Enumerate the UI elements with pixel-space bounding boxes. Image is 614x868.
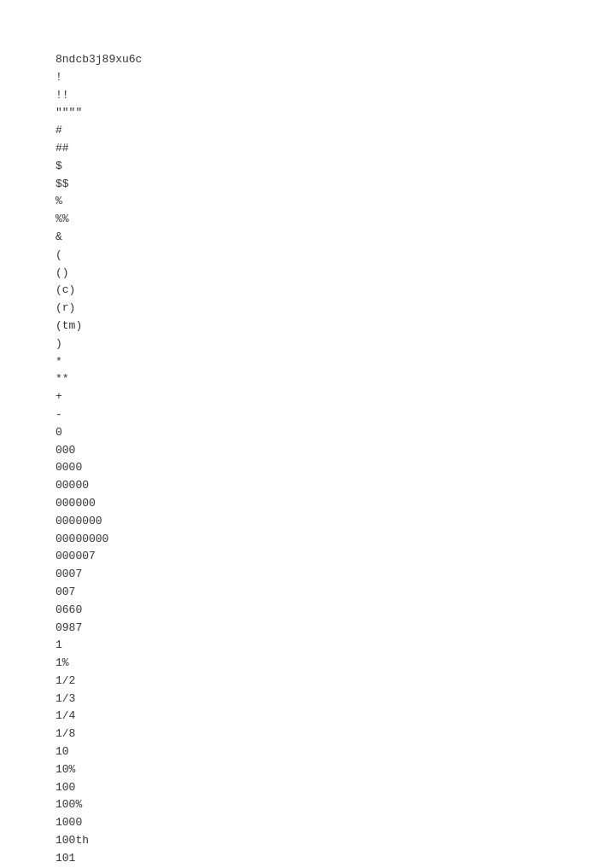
list-item: + [56, 388, 614, 406]
list-item: 007 [56, 584, 614, 602]
list-item: ( [56, 247, 614, 265]
list-item: 0007 [56, 566, 614, 584]
list-item: 0 [56, 424, 614, 442]
list-item: 100th [56, 832, 614, 850]
list-item: ) [56, 335, 614, 353]
list-item: %% [56, 211, 614, 229]
list-item: 0987 [56, 620, 614, 638]
list-item: 0660 [56, 602, 614, 620]
list-item: """" [56, 104, 614, 122]
list-item: 00000000 [56, 531, 614, 549]
list-item: 000007 [56, 548, 614, 566]
list-item: ** [56, 370, 614, 388]
list-item: 000000 [56, 495, 614, 513]
list-item: 1/2 [56, 673, 614, 690]
list-item: 10% [56, 761, 614, 779]
list-item: 1000 [56, 814, 614, 832]
list-item: & [56, 229, 614, 247]
list-item: () [56, 265, 614, 283]
list-item: ! [56, 69, 614, 87]
list-item: * [56, 353, 614, 371]
list-item: 8ndcb3j89xu6c [56, 51, 614, 69]
content-container: 8ndcb3j89xu6c!!!""""###$$$%%%&(()(c)(r)(… [56, 51, 614, 868]
list-item: # [56, 122, 614, 140]
list-item: 10 [56, 743, 614, 761]
list-item: (r) [56, 300, 614, 317]
list-item: 0000000 [56, 513, 614, 531]
list-item: $$ [56, 176, 614, 194]
list-item: 1 [56, 637, 614, 655]
list-item: 1/3 [56, 690, 614, 708]
list-item: 1/4 [56, 708, 614, 725]
list-item: 1% [56, 655, 614, 673]
list-item: !! [56, 87, 614, 105]
list-item: 00000 [56, 477, 614, 495]
list-item: ## [56, 140, 614, 158]
list-item: 000 [56, 442, 614, 460]
list-item: (c) [56, 282, 614, 300]
list-item: (tm) [56, 317, 614, 335]
list-item: 101 [56, 850, 614, 868]
list-item: % [56, 193, 614, 211]
list-item: - [56, 406, 614, 424]
list-item: 100% [56, 796, 614, 814]
list-item: 0000 [56, 459, 614, 477]
list-item: 1/8 [56, 725, 614, 743]
list-item: $ [56, 158, 614, 176]
list-item: 100 [56, 779, 614, 797]
